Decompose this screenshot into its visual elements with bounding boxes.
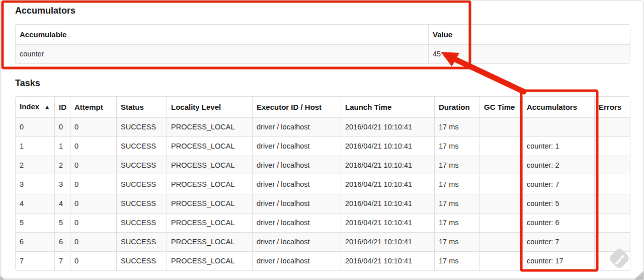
task-cell-executor-id-host: driver / localhost [252, 232, 341, 251]
task-cell-accumulators: counter: 1 [522, 136, 594, 156]
task-cell-attempt: 0 [70, 232, 116, 251]
task-cell-gc-time [479, 156, 522, 175]
task-row: 000SUCCESSPROCESS_LOCALdriver / localhos… [16, 117, 630, 136]
task-row: 330SUCCESSPROCESS_LOCALdriver / localhos… [16, 175, 630, 194]
column-header-status[interactable]: Status [116, 97, 167, 117]
column-header-attempt[interactable]: Attempt [70, 97, 116, 117]
task-cell-accumulators: counter: 2 [522, 156, 594, 175]
column-header-gc-time[interactable]: GC Time [479, 97, 522, 117]
task-cell-accumulators: counter: 6 [522, 213, 594, 232]
tasks-header-row: Index▲IDAttemptStatusLocality LevelExecu… [16, 97, 630, 117]
accumulable-value-cell: 45 [428, 44, 630, 63]
column-label: Accumulators [527, 103, 577, 111]
column-header-accumulators[interactable]: Accumulators [522, 97, 594, 117]
task-cell-duration: 17 ms [434, 156, 479, 175]
task-cell-locality-level: PROCESS_LOCAL [167, 251, 252, 270]
task-cell-launch-time: 2016/04/21 10:10:41 [341, 251, 434, 270]
task-cell-id: 6 [54, 232, 70, 251]
task-cell-errors [594, 136, 630, 156]
task-cell-index: 4 [16, 194, 54, 213]
task-cell-executor-id-host: driver / localhost [252, 156, 341, 175]
task-cell-errors [594, 156, 630, 175]
task-cell-errors [594, 213, 630, 232]
task-cell-locality-level: PROCESS_LOCAL [167, 232, 252, 251]
task-cell-status: SUCCESS [116, 117, 167, 136]
tasks-section-title: Tasks [15, 78, 629, 89]
task-cell-launch-time: 2016/04/21 10:10:41 [341, 232, 434, 251]
task-cell-locality-level: PROCESS_LOCAL [167, 136, 252, 156]
task-cell-accumulators: counter: 17 [522, 251, 594, 270]
column-header-id[interactable]: ID [54, 97, 70, 117]
task-cell-index: 5 [16, 213, 54, 232]
task-cell-gc-time [479, 213, 522, 232]
column-label: Errors [599, 103, 621, 111]
task-cell-locality-level: PROCESS_LOCAL [167, 117, 252, 136]
column-header-duration[interactable]: Duration [434, 97, 479, 117]
task-cell-index: 2 [16, 156, 54, 175]
task-cell-status: SUCCESS [116, 251, 167, 270]
task-cell-attempt: 0 [70, 194, 116, 213]
task-cell-id: 7 [54, 251, 70, 270]
task-cell-duration: 17 ms [434, 232, 479, 251]
column-header-executor-id-host[interactable]: Executor ID / Host [252, 97, 341, 117]
column-header-accumulable[interactable]: Accumulable [16, 25, 428, 44]
task-cell-attempt: 0 [70, 213, 116, 232]
task-cell-duration: 17 ms [434, 251, 479, 270]
task-cell-attempt: 0 [70, 251, 116, 270]
column-header-index[interactable]: Index▲ [16, 97, 54, 117]
task-cell-gc-time [479, 251, 522, 270]
task-cell-id: 5 [54, 213, 70, 232]
tasks-table: Index▲IDAttemptStatusLocality LevelExecu… [15, 96, 630, 271]
task-cell-errors [594, 251, 630, 270]
task-row: 770SUCCESSPROCESS_LOCALdriver / localhos… [16, 251, 630, 270]
column-label: Attempt [74, 103, 103, 111]
task-cell-executor-id-host: driver / localhost [252, 194, 341, 213]
task-cell-executor-id-host: driver / localhost [252, 251, 341, 270]
task-row: 110SUCCESSPROCESS_LOCALdriver / localhos… [16, 136, 630, 156]
task-cell-gc-time [479, 194, 522, 213]
column-header-locality-level[interactable]: Locality Level [167, 97, 252, 117]
accumulators-table: Accumulable Value counter 45 [15, 24, 630, 64]
task-cell-id: 0 [54, 117, 70, 136]
task-cell-status: SUCCESS [116, 136, 167, 156]
task-cell-status: SUCCESS [116, 213, 167, 232]
task-cell-errors [594, 194, 630, 213]
task-cell-gc-time [479, 175, 522, 194]
task-row: 220SUCCESSPROCESS_LOCALdriver / localhos… [16, 156, 630, 175]
task-cell-index: 0 [16, 117, 54, 136]
task-cell-id: 3 [54, 175, 70, 194]
task-cell-accumulators [522, 117, 594, 136]
task-cell-attempt: 0 [70, 136, 116, 156]
task-cell-launch-time: 2016/04/21 10:10:41 [341, 194, 434, 213]
accumulable-name-cell: counter [16, 44, 428, 63]
task-cell-duration: 17 ms [434, 136, 479, 156]
task-cell-status: SUCCESS [116, 232, 167, 251]
task-cell-id: 4 [54, 194, 70, 213]
task-cell-index: 7 [16, 251, 54, 270]
column-label: ID [59, 103, 66, 111]
column-header-launch-time[interactable]: Launch Time [341, 97, 434, 117]
task-row: 550SUCCESSPROCESS_LOCALdriver / localhos… [16, 213, 630, 232]
task-cell-duration: 17 ms [434, 194, 479, 213]
task-cell-locality-level: PROCESS_LOCAL [167, 194, 252, 213]
task-cell-duration: 17 ms [434, 175, 479, 194]
task-cell-errors [594, 232, 630, 251]
task-cell-status: SUCCESS [116, 194, 167, 213]
task-cell-attempt: 0 [70, 117, 116, 136]
task-cell-gc-time [479, 232, 522, 251]
column-label: Launch Time [345, 103, 391, 111]
task-cell-index: 6 [16, 232, 54, 251]
task-cell-id: 1 [54, 136, 70, 156]
task-cell-duration: 17 ms [434, 117, 479, 136]
task-cell-index: 3 [16, 175, 54, 194]
accumulators-header-row: Accumulable Value [16, 25, 630, 44]
task-cell-launch-time: 2016/04/21 10:10:41 [341, 213, 434, 232]
task-cell-locality-level: PROCESS_LOCAL [167, 175, 252, 194]
column-header-value[interactable]: Value [428, 25, 630, 44]
column-label: Status [121, 103, 144, 111]
task-cell-accumulators: counter: 5 [522, 194, 594, 213]
task-cell-id: 2 [54, 156, 70, 175]
task-cell-accumulators: counter: 7 [522, 232, 594, 251]
column-label: Executor ID / Host [257, 103, 321, 111]
column-header-errors[interactable]: Errors [594, 97, 630, 117]
